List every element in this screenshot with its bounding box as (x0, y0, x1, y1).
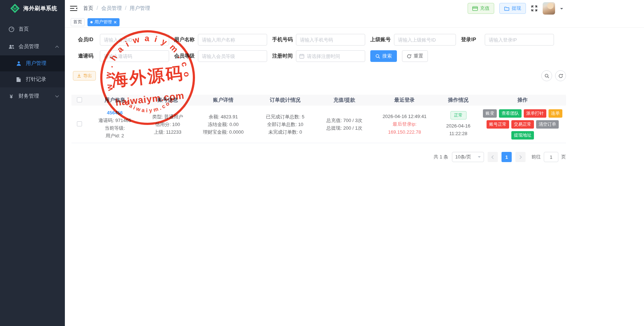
invite-code-input[interactable] (100, 50, 169, 62)
filter-phone: 手机号码 (272, 34, 365, 46)
goto-label: 前往 (531, 154, 541, 160)
cell-operation-status: 正常 2026-04-16 11:22:28 (437, 111, 479, 137)
row-checkbox[interactable] (77, 121, 82, 126)
folder-icon (504, 6, 510, 11)
toolbar-right (541, 70, 566, 81)
breadcrumb-home[interactable]: 首页 (83, 5, 93, 12)
col-header-last-login: 最近登录 (372, 97, 437, 103)
withdraw-button[interactable]: 提现 (499, 3, 526, 14)
last-login-time: 2026-04-16 12:49:41 (372, 113, 437, 120)
chevron-up-icon (55, 46, 59, 49)
action-dispatch-order-button[interactable]: 派单打针 (524, 109, 546, 118)
user-name-input[interactable] (198, 34, 267, 46)
action-account-change-button[interactable]: 账变 (483, 109, 497, 118)
tab-home[interactable]: 首页 (71, 18, 85, 26)
table-toolbar: 导出 (71, 70, 566, 81)
page-size-value: 10条/页 (455, 154, 471, 160)
recharge-button[interactable]: 充值 (468, 3, 494, 14)
reset-button-label: 重置 (414, 53, 423, 59)
export-button-label: 导出 (83, 73, 92, 79)
next-page-button[interactable] (515, 152, 526, 162)
tab-label: 用户管理 (94, 19, 112, 25)
filter-label: 登录IP (461, 36, 481, 43)
member-level-input[interactable] (198, 50, 267, 62)
uncompleted-orders-text: 未完成订单数: 0 (253, 128, 317, 136)
table-row: 456456 邀请码: 971465 当前等级: 用户id: 2 类型: 普通用… (71, 106, 566, 143)
filter-invite-code: 邀请码 (78, 50, 169, 62)
goto-page-input[interactable] (544, 152, 558, 162)
reset-button[interactable]: 重置 (402, 50, 428, 62)
sidebar-item-label: 用户管理 (26, 60, 46, 67)
close-icon[interactable] (114, 21, 117, 24)
breadcrumb-user-management[interactable]: 用户管理 (122, 5, 150, 12)
action-clear-orders-button[interactable]: 清空订单 (536, 120, 559, 129)
sidebar-item-finance[interactable]: ¥ 财务管理 (0, 87, 65, 105)
status-time: 2026-04-16 11:22:28 (437, 122, 479, 137)
person-icon (15, 61, 22, 66)
prev-page-button[interactable] (488, 152, 498, 162)
tab-user-management[interactable]: 用户管理 (87, 18, 120, 26)
balance-text: 余额: 4823.91 (193, 113, 253, 121)
col-header-recharge-withdraw: 充值/提款 (317, 97, 372, 103)
menu-fold-icon[interactable] (70, 5, 77, 11)
user-id-text: 用户id: 2 (87, 132, 142, 140)
breadcrumb-members[interactable]: 会员管理 (93, 5, 122, 12)
sidebar-item-members[interactable]: 会员管理 (0, 38, 65, 55)
filter-label: 会员等级 (174, 53, 195, 59)
filter-row-2: 邀请码 会员等级 注册时间 (78, 50, 566, 62)
export-button[interactable]: 导出 (73, 71, 96, 80)
member-id-input[interactable] (100, 34, 169, 46)
user-id-link[interactable]: 456456 (107, 110, 122, 115)
parent-account-input[interactable] (394, 34, 456, 46)
col-header-user-info: 用户信息 (87, 97, 142, 103)
register-time-picker[interactable] (296, 50, 365, 62)
filter-label: 用户名称 (174, 36, 195, 43)
select-caret-icon (478, 156, 481, 159)
sidebar-item-label: 财务管理 (19, 93, 39, 99)
logo-icon (10, 4, 20, 13)
action-chain-order-button[interactable]: 连单 (549, 109, 562, 118)
select-all-checkbox[interactable] (77, 97, 82, 102)
sidebar-item-label: 首页 (19, 26, 29, 32)
sidebar-item-injection-records[interactable]: 打针记录 (0, 71, 65, 87)
current-page[interactable]: 1 (501, 152, 512, 162)
logo[interactable]: 海外刷单系统 (0, 0, 65, 17)
fullscreen-icon[interactable] (531, 5, 538, 12)
action-withdraw-address-button[interactable]: 提现地址 (511, 131, 534, 140)
chevron-down-icon (55, 94, 59, 97)
breadcrumb: 首页 会员管理 用户管理 (83, 5, 150, 12)
register-time-input[interactable] (296, 50, 365, 62)
filter-panel: 会员ID 用户名称 手机号码 上级账号 登录IP (65, 28, 644, 67)
filter-label: 邀请码 (78, 53, 97, 59)
avatar[interactable] (543, 2, 555, 15)
topbar: 首页 会员管理 用户管理 充值 提现 (65, 0, 644, 17)
action-buttons: 账变 查看团队 派单打针 连单 账号正常 交易正常 清空订单 提现地址 (479, 109, 566, 140)
login-ip-input[interactable] (485, 34, 554, 46)
phone-input[interactable] (296, 34, 365, 46)
search-button[interactable]: 搜索 (370, 50, 397, 62)
frozen-amount-text: 冻结金额: 0.00 (193, 121, 253, 128)
sidebar: 海外刷单系统 首页 会员管理 (0, 0, 65, 326)
page-unit-label: 页 (561, 154, 566, 160)
sidebar-item-user-management[interactable]: 用户管理 (0, 55, 65, 71)
action-account-status-button[interactable]: 账号正常 (487, 120, 509, 129)
col-header-account-info: 账号信息 (142, 97, 193, 103)
sidebar-item-label: 会员管理 (19, 43, 39, 50)
action-view-team-button[interactable]: 查看团队 (499, 109, 522, 118)
credit-score-text: 信用分: 100 (142, 121, 193, 128)
sidebar-item-home[interactable]: 首页 (0, 20, 65, 38)
app-title: 海外刷单系统 (23, 5, 57, 12)
search-icon (375, 54, 380, 59)
total-recharge-text: 总充值: 700 / 3次 (317, 117, 372, 124)
table-search-icon[interactable] (541, 70, 552, 81)
table-refresh-icon[interactable] (555, 70, 566, 81)
sidebar-submenu-members: 用户管理 打针记录 (0, 55, 65, 87)
last-login-ip-label: 最后登录ip: (372, 120, 437, 128)
page-size-select[interactable]: 10条/页 (452, 152, 484, 162)
pagination: 共 1 条 10条/页 1 前往 页 (71, 152, 566, 162)
account-type-text: 类型: 普通用户 (142, 113, 193, 121)
action-trade-status-button[interactable]: 交易正常 (511, 120, 534, 129)
cell-account-detail: 余额: 4823.91 冻结金额: 0.00 理财宝金额: 0.0000 (193, 113, 253, 136)
filter-parent-account: 上级账号 (370, 34, 456, 46)
caret-down-icon[interactable] (560, 8, 563, 11)
